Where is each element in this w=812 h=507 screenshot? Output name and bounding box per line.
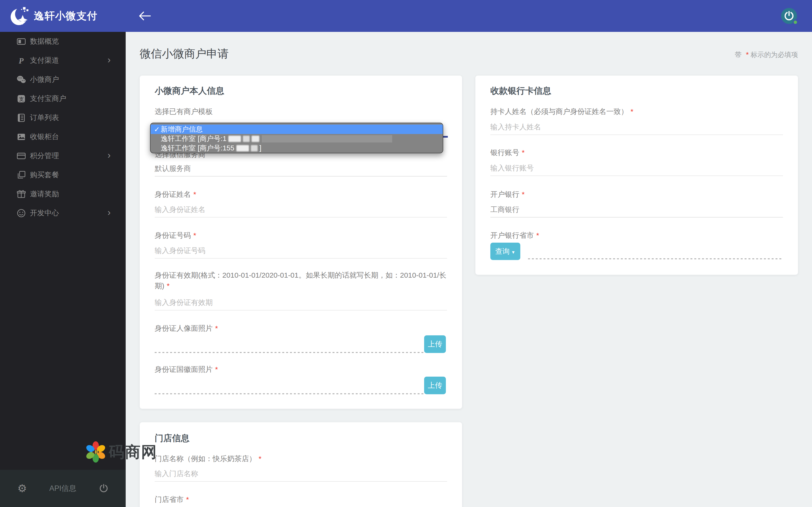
sidebar-footer: ⚙ API信息 xyxy=(0,470,126,507)
id-back-upload-button[interactable]: 上传 xyxy=(424,377,446,394)
label-text: 身份证国徽面照片 xyxy=(155,365,213,373)
option-label: 逸轩工作室 [商户号:155 xyxy=(161,144,235,153)
sidebar-item-buy-package[interactable]: 购买套餐 xyxy=(0,165,126,184)
sidebar-item-label: 邀请奖励 xyxy=(30,189,59,199)
required-star: * xyxy=(193,190,196,198)
sidebar-item-label: 积分管理 xyxy=(30,151,59,161)
sidebar-item-cashier[interactable]: 收银柜台 xyxy=(0,127,126,146)
required-star: * xyxy=(186,495,189,503)
sidebar-item-label: 数据概览 xyxy=(30,37,59,46)
id-validity-input[interactable] xyxy=(155,295,447,311)
id-number-label: 身份证号码* xyxy=(155,230,196,241)
wechat-icon xyxy=(16,75,26,84)
bank-card-info-card: 收款银行卡信息 持卡人姓名（必须与商户身份证姓名一致）* 银行账号* 开户银行*… xyxy=(475,75,798,275)
dropdown-option-new-merchant[interactable]: ✓ 新增商户信息 xyxy=(151,125,443,134)
select-value: 默认服务商 xyxy=(155,164,191,174)
id-front-upload-button[interactable]: 上传 xyxy=(424,335,446,353)
sidebar-item-label: 支付宝商户 xyxy=(30,94,66,104)
online-status-dot xyxy=(793,19,798,25)
select-value: 工商银行 xyxy=(490,205,519,215)
app-title: 逸轩小微支付 xyxy=(34,0,98,32)
sidebar-item-label: 收银柜台 xyxy=(30,132,59,142)
sidebar-item-label: 支付渠道 xyxy=(30,56,59,65)
dropdown-option-merchant-1[interactable]: 逸轩工作室 [商户号:1 xyxy=(151,134,443,144)
id-validity-label: 身份证有效期(格式：2010-01-01/2020-01-01。如果长期的话就写… xyxy=(155,270,448,291)
id-back-photo-label: 身份证国徽面照片* xyxy=(155,364,218,375)
required-star: * xyxy=(167,282,170,290)
store-name-input[interactable] xyxy=(155,466,447,482)
cashier-icon xyxy=(16,132,26,142)
id-front-upload-line xyxy=(155,352,424,353)
order-list-icon xyxy=(16,113,26,123)
check-icon: ✓ xyxy=(154,125,161,133)
redacted-text xyxy=(252,136,259,142)
package-icon xyxy=(16,170,26,180)
label-text: 身份证号码 xyxy=(155,231,191,239)
focused-select-underline xyxy=(443,136,448,137)
required-note: 带 * 标示的为必填项 xyxy=(735,50,798,59)
bank-city-label: 开户银行省市* xyxy=(490,230,539,241)
label-text: 身份证有效期(格式：2010-01-01/2020-01-01。如果长期的话就写… xyxy=(155,271,446,290)
points-card-icon xyxy=(16,151,26,161)
page-title: 微信小微商户申请 xyxy=(140,46,229,61)
label-text: 银行账号 xyxy=(490,149,519,157)
option-suffix: ] xyxy=(260,144,261,152)
store-info-card: 门店信息 门店名称（例如：快乐奶茶店）* 门店省市* xyxy=(140,422,462,507)
caret-down-icon: ▼ xyxy=(511,250,515,255)
required-star: * xyxy=(215,324,218,332)
merchant-template-dropdown: ✓ 新增商户信息 逸轩工作室 [商户号:1 逸轩工作室 [商户号:155 ] xyxy=(150,123,443,153)
dropdown-option-merchant-2[interactable]: 逸轩工作室 [商户号:155 ] xyxy=(151,144,443,153)
sidebar-item-invite-reward[interactable]: 邀请奖励 xyxy=(0,184,126,204)
required-star: * xyxy=(215,365,218,373)
required-star: * xyxy=(522,149,525,157)
alipay-icon: 支 xyxy=(16,94,26,104)
label-text: 门店省市 xyxy=(155,495,184,503)
sidebar-item-micro-merchant[interactable]: 小微商户 xyxy=(0,70,126,89)
chevron-right-icon: › xyxy=(108,55,111,64)
user-avatar[interactable] xyxy=(781,8,797,24)
bank-city-query-button[interactable]: 查询▼ xyxy=(490,243,520,260)
required-star: * xyxy=(193,231,196,239)
bank-name-label: 开户银行* xyxy=(490,189,525,200)
label-text: 开户银行 xyxy=(490,190,519,198)
sidebar-item-order-list[interactable]: 订单列表 xyxy=(0,108,126,127)
label-text: 选择已有商户模板 xyxy=(155,107,213,115)
label-text: 身份证人像面照片 xyxy=(155,324,213,332)
payment-channel-icon: P xyxy=(16,56,26,65)
label-text: 身份证姓名 xyxy=(155,190,191,198)
bank-city-line xyxy=(528,258,783,259)
sidebar-item-points[interactable]: 积分管理 › xyxy=(0,146,126,165)
redacted-text xyxy=(229,136,241,142)
id-back-upload-line xyxy=(155,393,424,394)
label-text: 开户银行省市 xyxy=(490,231,534,239)
sidebar-item-label: 小微商户 xyxy=(30,74,59,84)
merchant-card-title: 小微商户本人信息 xyxy=(155,85,224,97)
store-name-label: 门店名称（例如：快乐奶茶店）* xyxy=(155,453,261,464)
back-arrow-icon[interactable] xyxy=(138,11,151,21)
sidebar-item-label: 购买套餐 xyxy=(30,170,59,180)
service-provider-select[interactable]: 默认服务商 xyxy=(155,161,447,176)
required-star: * xyxy=(630,107,633,115)
sidebar-item-dev-center[interactable]: 开发中心 › xyxy=(0,204,126,223)
logout-power-icon[interactable] xyxy=(99,483,109,494)
id-number-input[interactable] xyxy=(155,243,447,259)
label-text: 持卡人姓名（必须与商户身份证姓名一致） xyxy=(490,107,628,115)
data-overview-icon xyxy=(16,37,26,46)
id-front-photo-label: 身份证人像面照片* xyxy=(155,323,218,334)
query-button-label: 查询 xyxy=(495,247,510,255)
chevron-right-icon: › xyxy=(108,208,111,217)
sidebar-item-payment-channels[interactable]: P 支付渠道 › xyxy=(0,51,126,70)
option-label: 逸轩工作室 [商户号:1 xyxy=(161,134,226,144)
sidebar-item-data-overview[interactable]: 数据概览 xyxy=(0,32,126,51)
holder-name-input[interactable] xyxy=(490,119,783,135)
bank-name-select[interactable]: 工商银行 xyxy=(490,202,783,218)
id-name-input[interactable] xyxy=(155,202,447,218)
required-note-suffix: 标示的为必填项 xyxy=(749,51,798,58)
bank-account-input[interactable] xyxy=(490,161,783,176)
sidebar-item-label: 开发中心 xyxy=(30,208,59,218)
redacted-text xyxy=(251,145,258,151)
svg-text:支: 支 xyxy=(19,96,24,102)
brand-logo-icon xyxy=(10,6,30,26)
sidebar-item-alipay-merchant[interactable]: 支 支付宝商户 xyxy=(0,89,126,108)
required-star: * xyxy=(522,190,525,198)
